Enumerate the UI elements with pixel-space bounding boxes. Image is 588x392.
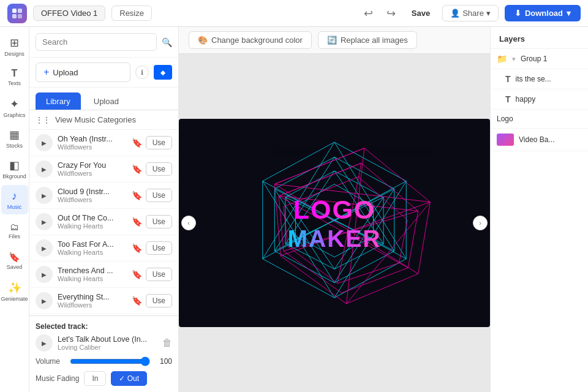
topbar: OFFEO Video 1 Resize ↩ ↪ Save 👤 Share ▾ …	[0, 0, 588, 27]
chevron-icon: ▾	[512, 55, 516, 63]
icon-sidebar: ⊞ Designs T Texts ✦ Graphics ▦ Stocks ◧ …	[0, 27, 29, 392]
undo-button[interactable]: ↩	[360, 4, 377, 23]
resize-button[interactable]: Resize	[111, 6, 152, 21]
bookmark-button[interactable]: 🔖	[132, 243, 142, 253]
files-icon: 🗂	[10, 222, 19, 232]
use-button[interactable]: Use	[146, 215, 172, 228]
change-bg-color-button[interactable]: 🎨 Change background color	[189, 31, 312, 49]
svg-rect-1	[18, 9, 22, 13]
svg-rect-2	[12, 14, 17, 18]
saved-icon: 🔖	[9, 252, 20, 263]
download-button[interactable]: ⬇ Download ▾	[505, 5, 581, 21]
main-layout: ⊞ Designs T Texts ✦ Graphics ▦ Stocks ◧ …	[0, 27, 588, 392]
sidebar-item-geniemate[interactable]: ✨ Geniemate	[1, 277, 28, 306]
music-panel: 🔍 + Upload ℹ ◆ Library Upload ⋮⋮ View Mu…	[29, 27, 179, 392]
layer-item-text2[interactable]: T happy	[491, 89, 588, 110]
bookmark-button[interactable]: 🔖	[132, 190, 142, 200]
redo-button[interactable]: ↪	[383, 4, 399, 23]
layers-panel: Layers 📁 ▾ Group 1 T its the se... T hap…	[490, 27, 588, 392]
tab-upload[interactable]: Upload	[83, 92, 129, 110]
sidebar-item-files[interactable]: 🗂 Files	[1, 216, 28, 245]
volume-control: Volume 100	[36, 356, 172, 366]
sidebar-item-bkground[interactable]: ◧ Bkground	[1, 154, 28, 184]
fading-out-button[interactable]: ✓ Out	[111, 371, 147, 386]
delete-track-button[interactable]: 🗑	[162, 337, 172, 349]
play-button[interactable]: ▶	[36, 160, 53, 178]
sidebar-item-designs[interactable]: ⊞ Designs	[1, 32, 28, 61]
designs-icon: ⊞	[10, 36, 19, 50]
user-icon: 👤	[450, 9, 460, 18]
dropbox-button[interactable]: ◆	[154, 65, 172, 80]
sidebar-item-texts[interactable]: T Texts	[1, 62, 28, 92]
list-item[interactable]: ▶ Cloud 9 (Instr... Wildflowers 🔖 Use	[29, 183, 178, 209]
play-button[interactable]: ▶	[36, 187, 53, 204]
share-button[interactable]: 👤 Share ▾	[442, 5, 499, 21]
volume-slider[interactable]	[70, 356, 150, 366]
project-title[interactable]: OFFEO Video 1	[33, 6, 105, 21]
search-icon: 🔍	[162, 37, 172, 47]
svg-text:LOGO: LOGO	[293, 195, 375, 224]
info-button[interactable]: ℹ	[135, 66, 149, 79]
app-logo	[7, 4, 27, 23]
list-item[interactable]: ▶ Oh Yeah (Instr... Wildflowers 🔖 Use	[29, 130, 178, 156]
replace-icon: 🔄	[327, 36, 337, 45]
download-icon: ⬇	[514, 9, 521, 18]
text-icon: T	[505, 74, 511, 84]
canvas-area: 🎨 Change background color 🔄 Replace all …	[179, 27, 490, 392]
svg-text:MAKER: MAKER	[288, 225, 382, 252]
use-button[interactable]: Use	[146, 241, 172, 255]
canvas-toggle-left[interactable]: ‹	[181, 216, 196, 230]
bookmark-button[interactable]: 🔖	[132, 270, 142, 279]
panel-tabs: Library Upload	[29, 88, 178, 110]
layer-item-video-bg[interactable]: Video Ba...	[491, 129, 588, 151]
fading-control: Music Fading In ✓ Out	[36, 371, 172, 386]
sidebar-item-stocks[interactable]: ▦ Stocks	[1, 124, 28, 153]
upload-button[interactable]: + Upload	[36, 62, 130, 82]
bkground-icon: ◧	[9, 159, 20, 172]
layer-item-logo[interactable]: Logo	[491, 110, 588, 129]
use-button[interactable]: Use	[146, 189, 172, 202]
canvas-preview[interactable]: LOGO MAKER	[179, 119, 490, 327]
search-input[interactable]	[36, 33, 157, 51]
sidebar-item-music[interactable]: ♪ Music	[1, 185, 28, 214]
folder-icon: 📁	[497, 54, 507, 64]
use-button[interactable]: Use	[146, 268, 172, 281]
list-item[interactable]: ▶ Everything St... Wildflowers 🔖 Use	[29, 288, 178, 314]
list-item[interactable]: ▶ Too Fast For A... Walking Hearts 🔖 Use	[29, 235, 178, 262]
bookmark-button[interactable]: 🔖	[132, 217, 142, 227]
tab-library[interactable]: Library	[36, 92, 81, 110]
chevron-down-icon: ▾	[567, 9, 571, 18]
list-item[interactable]: ▶ Out Of The Co... Walking Hearts 🔖 Use	[29, 209, 178, 235]
use-button[interactable]: Use	[146, 162, 172, 176]
music-icon: ♪	[12, 190, 17, 203]
layer-item-text1[interactable]: T its the se...	[491, 69, 588, 89]
chevron-down-icon: ▾	[486, 9, 491, 18]
canvas-toolbar: 🎨 Change background color 🔄 Replace all …	[179, 27, 490, 54]
music-list: ▶ Oh Yeah (Instr... Wildflowers 🔖 Use ▶ …	[29, 130, 178, 315]
bookmark-button[interactable]: 🔖	[132, 296, 142, 306]
replace-images-button[interactable]: 🔄 Replace all images	[318, 31, 417, 49]
fading-in-button[interactable]: In	[84, 371, 106, 386]
view-categories-button[interactable]: ⋮⋮ View Music Categories	[29, 110, 178, 130]
upload-row: + Upload ℹ ◆	[29, 58, 178, 88]
svg-rect-0	[12, 9, 17, 13]
use-button[interactable]: Use	[146, 294, 172, 307]
play-button[interactable]: ▶	[36, 134, 53, 151]
bookmark-button[interactable]: 🔖	[132, 138, 142, 148]
sidebar-item-graphics[interactable]: ✦ Graphics	[1, 93, 28, 123]
play-button[interactable]: ▶	[36, 266, 53, 283]
list-item[interactable]: ▶ Crazy For You Wildflowers 🔖 Use	[29, 156, 178, 183]
search-bar: 🔍	[29, 27, 178, 58]
play-button[interactable]: ▶	[36, 213, 53, 230]
use-button[interactable]: Use	[146, 136, 172, 149]
play-button[interactable]: ▶	[36, 239, 53, 257]
selected-track-play[interactable]: ▶	[36, 334, 53, 352]
sidebar-item-saved[interactable]: 🔖 Saved	[1, 246, 28, 276]
play-button[interactable]: ▶	[36, 292, 53, 309]
layer-item-group[interactable]: 📁 ▾ Group 1	[491, 49, 588, 69]
canvas-toggle-right[interactable]: ›	[473, 216, 488, 230]
bookmark-button[interactable]: 🔖	[132, 164, 142, 174]
palette-icon: 🎨	[198, 36, 208, 45]
save-button[interactable]: Save	[405, 6, 436, 20]
list-item[interactable]: ▶ Trenches And ... Walking Hearts 🔖 Use	[29, 262, 178, 288]
